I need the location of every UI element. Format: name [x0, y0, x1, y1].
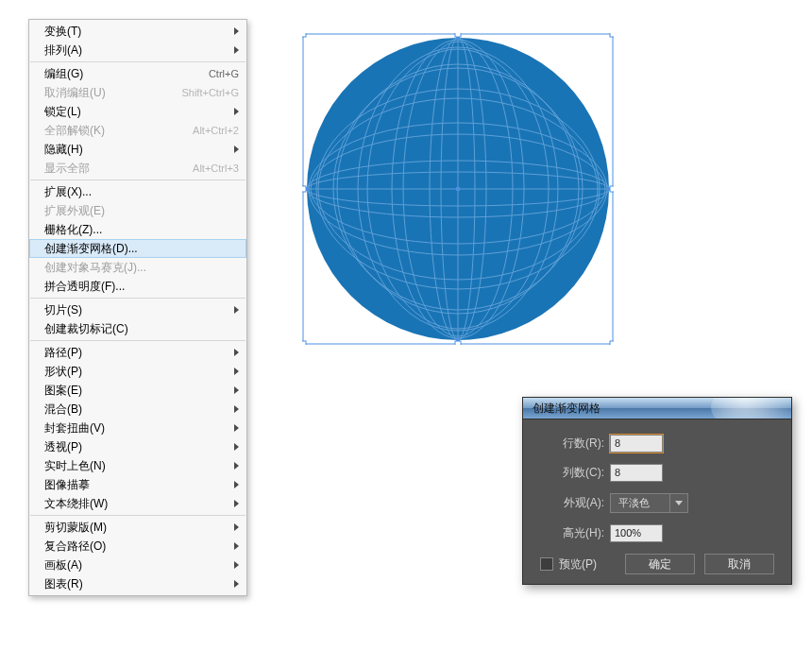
menu-separator — [30, 180, 245, 180]
menu-item[interactable]: 路径(P) — [29, 343, 246, 362]
menu-item-label: 扩展外观(E) — [44, 203, 105, 219]
chevron-right-icon — [234, 108, 239, 115]
menu-item-label: 创建渐变网格(D)... — [44, 241, 138, 257]
ok-button[interactable]: 确定 — [625, 554, 695, 574]
menu-item[interactable]: 封套扭曲(V) — [29, 419, 246, 437]
menu-item-label: 图案(E) — [44, 383, 82, 399]
menu-item[interactable]: 栅格化(Z)... — [29, 220, 246, 239]
menu-item[interactable]: 复合路径(O) — [29, 537, 246, 556]
menu-item-label: 混合(B) — [44, 402, 82, 418]
preview-checkbox[interactable] — [540, 557, 553, 571]
menu-item-label: 栅格化(Z)... — [44, 222, 102, 238]
menu-item[interactable]: 形状(P) — [29, 362, 246, 381]
dropdown-button[interactable] — [669, 494, 687, 512]
menu-item-label: 排列(A) — [44, 43, 82, 59]
cols-input[interactable]: 8 — [610, 464, 663, 482]
menu-item[interactable]: 混合(B) — [29, 400, 246, 419]
menu-item-label: 画板(A) — [44, 557, 82, 573]
preview-label: 预览(P) — [559, 556, 597, 573]
chevron-right-icon — [234, 349, 239, 356]
chevron-right-icon — [234, 386, 239, 394]
menu-item[interactable]: 画板(A) — [29, 556, 246, 574]
chevron-right-icon — [234, 561, 239, 569]
menu-separator — [30, 298, 245, 299]
menu-item[interactable]: 变换(T) — [29, 22, 246, 41]
chevron-right-icon — [234, 145, 239, 153]
chevron-right-icon — [234, 46, 239, 54]
svg-rect-25 — [610, 33, 614, 37]
highlight-label: 高光(H): — [540, 525, 604, 541]
menu-item-label: 隐藏(H) — [44, 142, 83, 158]
svg-rect-26 — [302, 186, 306, 192]
menu-item: 取消编组(U)Shift+Ctrl+G — [29, 83, 246, 102]
menu-item[interactable]: 隐藏(H) — [29, 140, 246, 159]
menu-item[interactable]: 实时上色(N) — [29, 456, 246, 475]
menu-item-label: 图像描摹 — [44, 477, 90, 493]
menu-item-label: 显示全部 — [44, 161, 90, 177]
menu-item[interactable]: 创建裁切标记(C) — [29, 319, 246, 338]
menu-item: 全部解锁(K)Alt+Ctrl+2 — [29, 121, 246, 140]
menu-separator — [30, 340, 245, 341]
menu-item[interactable]: 透视(P) — [29, 437, 246, 456]
menu-item[interactable]: 图像描摹 — [29, 475, 246, 494]
menu-item-label: 文本绕排(W) — [44, 496, 108, 512]
chevron-right-icon — [234, 523, 239, 531]
svg-rect-24 — [455, 33, 461, 37]
menu-item-shortcut: Shift+Ctrl+G — [181, 87, 239, 98]
chevron-right-icon — [234, 462, 239, 470]
menu-item-label: 创建对象马赛克(J)... — [44, 260, 146, 276]
menu-item-label: 剪切蒙版(M) — [44, 520, 107, 536]
menu-item-label: 变换(T) — [44, 24, 81, 40]
menu-item-label: 取消编组(U) — [44, 85, 106, 101]
object-context-menu: 变换(T)排列(A)编组(G)Ctrl+G取消编组(U)Shift+Ctrl+G… — [28, 19, 247, 596]
svg-rect-30 — [610, 341, 614, 345]
menu-item-label: 形状(P) — [44, 364, 82, 380]
cols-label: 列数(C): — [540, 465, 604, 481]
menu-item[interactable]: 扩展(X)... — [29, 182, 246, 201]
appearance-select[interactable]: 平淡色 — [610, 493, 688, 513]
highlight-input[interactable]: 100% — [610, 524, 663, 542]
chevron-right-icon — [234, 542, 239, 550]
menu-item-shortcut: Ctrl+G — [209, 68, 239, 79]
menu-item[interactable]: 文本绕排(W) — [29, 494, 246, 513]
chevron-right-icon — [234, 424, 239, 432]
appearance-value: 平淡色 — [611, 496, 669, 510]
chevron-right-icon — [234, 27, 239, 35]
menu-item[interactable]: 排列(A) — [29, 41, 246, 60]
cancel-button[interactable]: 取消 — [704, 554, 774, 574]
create-gradient-mesh-dialog: 创建渐变网格 行数(R): 8 列数(C): 8 外观(A): 平淡色 高光(H… — [522, 397, 792, 585]
chevron-right-icon — [234, 580, 239, 588]
menu-item-label: 全部解锁(K) — [44, 123, 105, 139]
canvas-selected-object[interactable] — [302, 33, 614, 345]
rows-input[interactable]: 8 — [610, 435, 663, 453]
menu-item-label: 透视(P) — [44, 439, 82, 455]
menu-item-label: 封套扭曲(V) — [44, 420, 105, 436]
menu-item-shortcut: Alt+Ctrl+3 — [193, 162, 239, 174]
menu-item-label: 实时上色(N) — [44, 458, 106, 474]
menu-item[interactable]: 剪切蒙版(M) — [29, 518, 246, 537]
menu-item[interactable]: 切片(S) — [29, 300, 246, 319]
menu-separator — [30, 515, 245, 516]
menu-item: 扩展外观(E) — [29, 201, 246, 220]
menu-item[interactable]: 编组(G)Ctrl+G — [29, 64, 246, 83]
menu-item[interactable]: 图案(E) — [29, 381, 246, 400]
svg-rect-23 — [302, 33, 306, 37]
chevron-right-icon — [234, 443, 239, 451]
menu-item-shortcut: Alt+Ctrl+2 — [193, 125, 239, 136]
svg-rect-27 — [610, 186, 614, 192]
chevron-down-icon — [675, 501, 683, 505]
menu-item: 创建对象马赛克(J)... — [29, 258, 246, 277]
menu-item-label: 扩展(X)... — [44, 184, 92, 200]
menu-item[interactable]: 图表(R) — [29, 574, 246, 593]
rows-label: 行数(R): — [540, 436, 604, 452]
menu-item-label: 图表(R) — [44, 576, 83, 592]
menu-item[interactable]: 锁定(L) — [29, 102, 246, 121]
menu-item-label: 拼合透明度(F)... — [44, 279, 125, 295]
menu-item[interactable]: 创建渐变网格(D)... — [29, 239, 246, 258]
menu-item-label: 编组(G) — [44, 66, 83, 82]
chevron-right-icon — [234, 481, 239, 488]
menu-item-label: 路径(P) — [44, 345, 82, 361]
menu-item[interactable]: 拼合透明度(F)... — [29, 277, 246, 296]
svg-rect-22 — [456, 187, 460, 191]
chevron-right-icon — [234, 368, 239, 375]
